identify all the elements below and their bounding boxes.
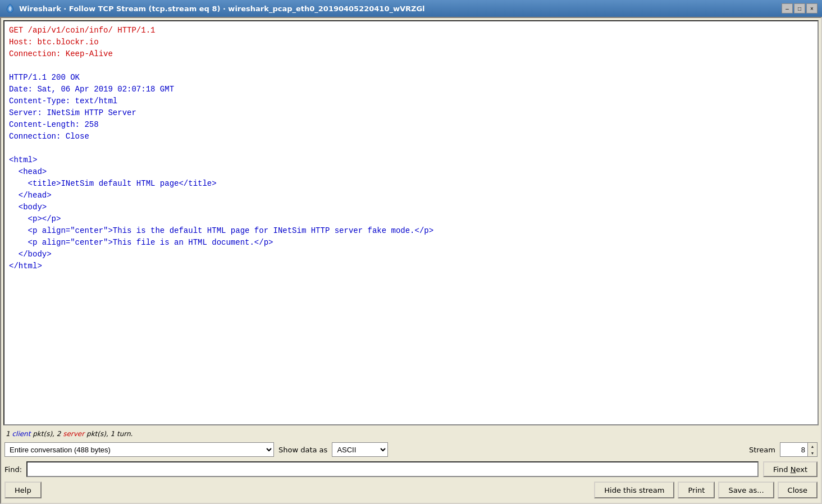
minimize-button[interactable]: – [782, 3, 793, 13]
find-next-button[interactable]: Find Next [763, 461, 818, 477]
client-count: 1 [6, 430, 12, 438]
save-as-button[interactable]: Save as... [718, 482, 774, 498]
controls-row3: Help Hide this stream Print Save as... C… [1, 479, 821, 503]
stream-number-input[interactable] [780, 442, 808, 457]
stream-spinner: ▲ ▼ [808, 442, 818, 457]
window-content: GET /api/v1/coin/info/ HTTP/1.1 Host: bt… [0, 17, 822, 504]
status-bar: 1 client pkt(s), 2 server pkt(s), 1 turn… [1, 428, 821, 440]
server-pkts: pkt(s), 1 turn. [86, 430, 133, 438]
title-bar: Wireshark · Follow TCP Stream (tcp.strea… [0, 0, 822, 17]
print-button[interactable]: Print [678, 482, 715, 498]
maximize-button[interactable]: □ [794, 3, 805, 13]
client-pkts: pkt(s), [33, 430, 57, 438]
close-button-main[interactable]: Close [778, 482, 818, 498]
window-controls: – □ × [782, 3, 818, 13]
controls-row1: Entire conversation (488 bytes) Show dat… [1, 440, 821, 459]
stream-up-button[interactable]: ▲ [808, 443, 817, 450]
close-button[interactable]: × [806, 3, 818, 13]
find-label: Find: [4, 465, 22, 474]
stream-label: Stream [749, 446, 775, 454]
conversation-select[interactable]: Entire conversation (488 bytes) [4, 442, 274, 457]
find-input[interactable] [26, 461, 759, 477]
hide-stream-button[interactable]: Hide this stream [594, 482, 674, 498]
server-count: 2 [57, 430, 63, 438]
help-button[interactable]: Help [4, 482, 42, 498]
stream-number-wrapper: ▲ ▼ [780, 442, 818, 457]
wireshark-icon [4, 3, 16, 14]
stream-text-area[interactable]: GET /api/v1/coin/info/ HTTP/1.1 Host: bt… [3, 20, 819, 425]
controls-row2: Find: Find Next [1, 459, 821, 479]
stream-down-button[interactable]: ▼ [808, 450, 817, 456]
show-data-label: Show data as [278, 446, 327, 454]
client-label: client [12, 430, 33, 438]
server-label: server [63, 430, 86, 438]
window-title: Wireshark · Follow TCP Stream (tcp.strea… [19, 4, 778, 13]
data-format-select[interactable]: ASCIIHex DumpC ArraysRawEBCDICHexUTF-8YA… [332, 442, 388, 457]
